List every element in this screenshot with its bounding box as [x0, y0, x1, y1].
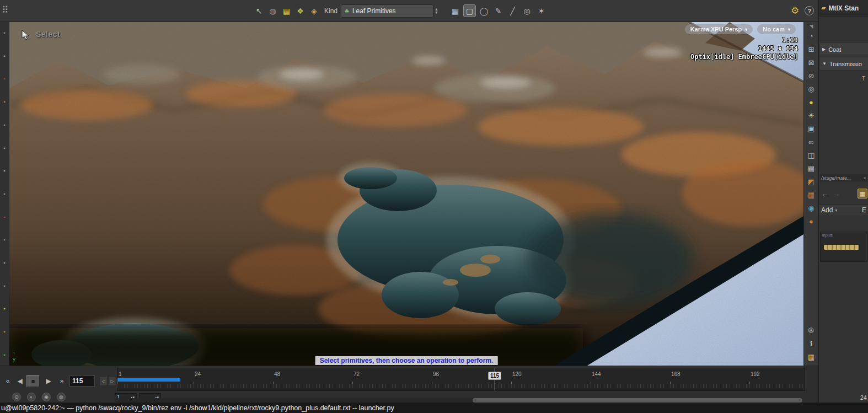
dopnet-toggle-icon[interactable]: ◍	[57, 393, 66, 401]
snap-icon[interactable]: ⊞	[805, 43, 818, 56]
grid-orange-icon[interactable]: ▦	[805, 189, 818, 201]
audio-toggle-icon[interactable]: ◐	[27, 393, 36, 401]
shelf-tab-icon[interactable]: ▪	[2, 53, 8, 59]
lasso-select-icon[interactable]: ◯	[478, 4, 490, 17]
shelf-tab-icon[interactable]: ▪	[2, 145, 8, 151]
left-shelf-strip: ▪▪▪▪▪▪▪▪▪▪▪▪▪▪▪	[0, 22, 9, 366]
nav-back-icon[interactable]: ←	[821, 190, 828, 198]
split-view-icon[interactable]: ◫	[805, 149, 818, 162]
current-frame-input[interactable]	[69, 376, 95, 387]
shelf-tab-icon[interactable]: ▪	[2, 260, 8, 266]
shelf-tab-icon[interactable]: ▪	[2, 214, 8, 220]
world-icon[interactable]: ◍	[266, 4, 279, 17]
play-button[interactable]: ▶	[42, 375, 55, 387]
viewport-toolbar-icons: ◔⊞⊠⊘◎●☀▣∞◫▤◩▦◉●	[805, 30, 818, 228]
component-icon[interactable]: ◈	[308, 4, 320, 17]
add-button[interactable]: Add	[821, 206, 833, 214]
material-sphere-icon[interactable]: ●	[805, 96, 818, 109]
shelf-tab-icon[interactable]: ▪	[2, 237, 8, 243]
stop-button[interactable]: ■	[26, 375, 40, 387]
timeline-ruler[interactable]: 124487296120144168192216 115	[117, 368, 805, 391]
terminal-command-text: u@wl09p5820-242:~ — python /swacq/rocky_…	[0, 404, 394, 412]
link-icon[interactable]: ∞	[805, 136, 818, 148]
render-thumb-icon[interactable]: ▦	[449, 4, 462, 17]
app-menu-icon[interactable]: ⠿	[2, 4, 8, 17]
network-home-icon[interactable]: ▦	[858, 189, 867, 199]
subnet-node[interactable]	[824, 245, 859, 250]
spinner-down-icon[interactable]: ▼	[435, 11, 441, 14]
render-engines-status: Optix[idle] EmbreeCPU[idle]	[690, 53, 798, 61]
hydra-icon[interactable]: ◉	[805, 202, 818, 214]
toolbar-right-group: ⚙ ?	[791, 5, 814, 17]
go-last-button[interactable]: »	[55, 375, 68, 387]
help-icon[interactable]: ?	[805, 6, 814, 15]
shelf-tab-icon[interactable]: ▪	[2, 168, 8, 174]
panel-collapse-icon[interactable]: ◥	[810, 23, 813, 30]
leaf-primitives-icon: ♣	[345, 7, 349, 15]
step-prev-button[interactable]: ◁	[99, 376, 108, 386]
shelf-tab-icon[interactable]: ▪	[2, 30, 8, 36]
layout-icon[interactable]: ▤	[280, 4, 293, 17]
kind-spinner[interactable]: ▲ ▼	[435, 6, 441, 17]
timeline-scrollbar[interactable]	[117, 398, 803, 403]
no-cam-menu[interactable]: No cam ▾	[757, 24, 796, 34]
panel-title: MtlX Stan	[828, 4, 859, 12]
close-icon[interactable]: ×	[864, 175, 866, 181]
snapshot-camera-icon[interactable]: ✇	[805, 324, 818, 337]
shelf-tab-icon[interactable]: ▪	[2, 99, 8, 105]
step-next-button[interactable]: ▷	[108, 376, 116, 386]
kind-dropdown[interactable]: ♣ Leaf Primitives	[341, 4, 433, 18]
top-toolbar: ⠿ ↖◍▤❖◈ Kind ♣ Leaf Primitives ▲ ▼ ▦▢◯✎╱…	[0, 0, 818, 22]
laser-select-icon[interactable]: ╱	[506, 4, 519, 17]
shelf-tab-icon[interactable]: ▪	[2, 76, 8, 82]
isolate-icon[interactable]: ✶	[535, 4, 548, 17]
current-frame-marker[interactable]: 115	[487, 368, 502, 390]
breadcrumb-path[interactable]: /stage/mate... ×	[820, 174, 867, 182]
go-first-button[interactable]: «	[1, 375, 14, 387]
render-icon[interactable]: ◩	[805, 175, 818, 188]
selection-mode-icons: ▦▢◯✎╱◎✶	[449, 4, 548, 17]
shelf-tab-icon[interactable]: ▪	[2, 122, 8, 128]
shelf-tab-icon[interactable]: ▪	[2, 352, 8, 358]
shelf-tab-icon[interactable]: ▪	[2, 283, 8, 289]
brush-select-icon[interactable]: ✎	[492, 4, 505, 17]
mouse-cursor-icon	[22, 30, 30, 41]
inspect-icon[interactable]: ◎	[805, 83, 818, 95]
persp-view-icon[interactable]: ◔	[805, 30, 818, 42]
playbar: «◀■▶» ◁ ▷ 124487296120144168192216 115 ⊙…	[0, 366, 818, 403]
current-frame-chip: 115	[488, 372, 501, 380]
section-coat[interactable]: ▶ Coat	[820, 43, 868, 56]
shelf-tab-icon[interactable]: ▪	[2, 191, 8, 197]
select-state-icon[interactable]: ↖	[253, 4, 265, 17]
panel-nav: ← → ▦	[821, 187, 867, 200]
box-select-icon[interactable]: ▢	[463, 4, 476, 17]
assemble-icon[interactable]: ❖	[294, 4, 307, 17]
info-icon[interactable]: ℹ	[805, 337, 818, 350]
light-icon[interactable]: ☀	[805, 109, 818, 122]
dot-icon[interactable]: ●	[805, 215, 818, 228]
viewport-toolbar-bottom-icons: ✇ℹ▦	[805, 324, 818, 363]
lock-icon[interactable]: ⊠	[805, 56, 818, 69]
terminal-window-bar[interactable]: u@wl09p5820-242:~ — python /swacq/rocky_…	[0, 403, 868, 413]
disable-icon[interactable]: ⊘	[805, 69, 818, 82]
network-view-mini[interactable]: inputs	[820, 232, 867, 262]
settings-gear-icon[interactable]: ⚙	[791, 5, 799, 17]
render-view-icon[interactable]: ▣	[805, 122, 818, 135]
color-grid-icon[interactable]: ▦	[805, 351, 818, 363]
shelf-tab-icon[interactable]: ▪	[2, 329, 8, 335]
scene-viewport[interactable]: Select Karma XPU Persp ▾ No cam ▾ 1:19 1…	[9, 22, 803, 366]
loop-toggle-icon[interactable]: ◉	[42, 393, 51, 401]
renderer-camera-menu[interactable]: Karma XPU Persp ▾	[685, 24, 753, 34]
select-options-icon[interactable]: ◎	[521, 4, 533, 17]
shelf-tab-icon[interactable]: ▪	[2, 305, 8, 312]
section-transmission[interactable]: ▼ Transmissio	[820, 57, 868, 71]
scrollbar-handle[interactable]	[473, 398, 802, 403]
edit-button[interactable]: E	[862, 206, 866, 214]
realtime-toggle-icon[interactable]: ⊙	[12, 393, 21, 401]
status-hint-message: Select primitives, then choose an operat…	[315, 356, 498, 365]
step-back-button[interactable]: ◀	[13, 375, 26, 387]
houdini-window: ⠿ ↖◍▤❖◈ Kind ♣ Leaf Primitives ▲ ▼ ▦▢◯✎╱…	[0, 0, 868, 413]
nav-forward-icon[interactable]: →	[833, 190, 840, 198]
render-time: 1:19	[690, 36, 798, 45]
snapshot-icon[interactable]: ▤	[805, 162, 818, 175]
